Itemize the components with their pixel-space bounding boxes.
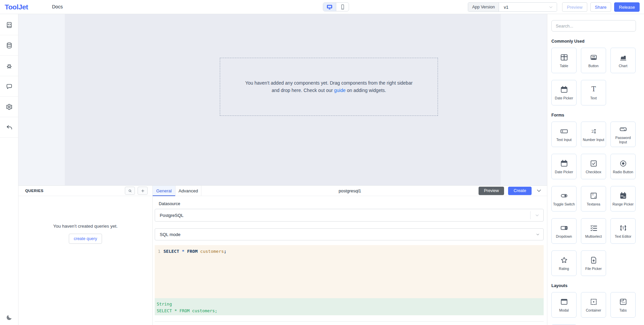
widget-card-container[interactable]: Container (581, 292, 606, 318)
query-mode-value: SQL mode (160, 232, 181, 237)
widget-card-file-picker[interactable]: File Picker (581, 250, 606, 276)
queries-empty-text: You haven't created queries yet. (18, 224, 152, 229)
sql-code-editor[interactable]: 1 SELECT * FROM customers; (155, 245, 544, 298)
query-result-preview: String SELECT * FROM customers; (155, 298, 544, 315)
widget-label: Text (582, 96, 605, 100)
datasource-label: Datasource (155, 201, 544, 206)
passwordinput-icon: ** (619, 125, 628, 134)
code-line-content: SELECT * FROM customers; (163, 248, 227, 254)
tab-advanced[interactable]: Advanced (176, 186, 201, 196)
widget-card-table[interactable]: Table (551, 48, 577, 73)
widget-card-rating[interactable]: Rating (551, 250, 577, 276)
widget-card-button[interactable]: OKButton (581, 48, 606, 73)
widget-search-input[interactable] (551, 20, 636, 32)
widget-card-multiselect[interactable]: Multiselect (581, 218, 606, 244)
toggleswitch-icon (560, 191, 568, 200)
widget-card-dropdown[interactable]: Dropdown (551, 218, 577, 244)
widget-card-text[interactable]: TText (581, 80, 606, 105)
widget-card-radio-button[interactable]: Radio Button (610, 154, 636, 179)
widget-card-date-picker[interactable]: Date Picker (551, 154, 577, 179)
widget-label: Text Editor (611, 234, 635, 239)
app-version-value: v1 (504, 5, 508, 10)
widget-label: Chart (611, 64, 635, 68)
widget-card-number-input[interactable]: 2Number Input (581, 122, 606, 147)
dark-mode-toggle[interactable] (0, 314, 18, 321)
create-query-button[interactable]: create query (69, 234, 102, 244)
chevron-down-icon (548, 5, 553, 10)
canvas-empty-state: You haven't added any components yet. Dr… (220, 58, 438, 116)
app-name[interactable]: Docs (52, 4, 63, 9)
widget-card-modal[interactable]: Modal (551, 292, 577, 318)
search-queries-button[interactable] (125, 187, 135, 195)
comments-icon (6, 83, 13, 90)
rangepicker-icon (619, 191, 628, 200)
guide-link[interactable]: guide (334, 88, 346, 93)
table-icon (560, 53, 568, 62)
query-mode-select[interactable]: SQL mode (155, 228, 544, 240)
chart-icon (619, 53, 628, 62)
query-editor-header: postgresql1 General Advanced Preview Cre… (153, 186, 547, 196)
datasources-button[interactable] (0, 35, 18, 56)
widget-card-text-editor[interactable]: TText Editor (610, 218, 636, 244)
tab-general[interactable]: General (153, 186, 176, 196)
widget-label: Date Picker (552, 96, 576, 100)
query-preview-button[interactable]: Preview (479, 187, 504, 195)
datasource-select[interactable]: PostgreSQL (155, 209, 544, 222)
desktop-toggle-button[interactable] (323, 3, 336, 11)
query-editor-panel: postgresql1 General Advanced Preview Cre… (153, 186, 547, 325)
widget-card-text-input[interactable]: Text Input (551, 122, 577, 147)
debugger-button[interactable] (0, 56, 18, 76)
widget-card-chart[interactable]: Chart (610, 48, 636, 73)
canvas-empty-text: You haven't added any components yet. Dr… (245, 80, 413, 94)
queries-list-panel: QUERIES You haven't created queries yet.… (18, 186, 153, 325)
multiselect-icon (589, 224, 598, 232)
queries-header: QUERIES (18, 186, 152, 196)
pages-button[interactable] (0, 15, 18, 35)
device-layout-toggle (323, 2, 349, 11)
query-panel: QUERIES You haven't created queries yet.… (18, 185, 547, 325)
comments-button[interactable] (0, 76, 18, 97)
chevron-down-icon (531, 213, 543, 218)
app-version-select[interactable]: v1 (499, 3, 557, 11)
widget-card-toggle-switch[interactable]: Toggle Switch (551, 186, 577, 212)
widget-card-range-picker[interactable]: Range Picker (610, 186, 636, 212)
settings-button[interactable] (0, 97, 18, 117)
section-heading: Layouts (551, 283, 644, 288)
query-create-button[interactable]: Create (508, 187, 532, 195)
mobile-toggle-button[interactable] (336, 3, 349, 11)
search-icon (128, 189, 132, 193)
widget-label: Date Picker (552, 170, 576, 174)
checkbox-icon (589, 159, 598, 168)
widget-sections: Commonly UsedTableOKButtonChartDate Pick… (551, 39, 644, 325)
svg-text:OK: OK (592, 56, 595, 58)
add-query-button[interactable] (138, 187, 148, 195)
numberinput-icon: 2 (589, 127, 598, 136)
app-canvas[interactable]: You haven't added any components yet. Dr… (65, 14, 501, 185)
widget-label: File Picker (582, 267, 605, 271)
widget-card-checkbox[interactable]: Checkbox (581, 154, 606, 179)
editor-section-divider (155, 321, 544, 322)
widget-label: Rating (552, 267, 576, 271)
pages-icon (6, 21, 13, 29)
text-icon: T (589, 85, 598, 94)
widget-card-password-input[interactable]: **Password Input (610, 122, 636, 147)
app-version-label: App Version (468, 3, 499, 11)
undo-button[interactable] (0, 117, 18, 138)
release-button[interactable]: Release (614, 2, 640, 12)
widget-label: Number Input (582, 138, 605, 142)
widget-label: Range Picker (611, 202, 635, 206)
result-type-label: String (157, 301, 544, 308)
widget-card-date-picker[interactable]: Date Picker (551, 80, 577, 105)
widget-card-tabs[interactable]: Tabs (610, 292, 636, 318)
widget-label: Button (582, 64, 605, 68)
share-button[interactable]: Share (590, 2, 611, 12)
left-sidebar (0, 14, 18, 325)
tooljet-logo[interactable]: ToolJet (5, 3, 28, 11)
svg-text:**: ** (621, 128, 624, 131)
collapse-panel-chevron-icon[interactable] (536, 187, 542, 194)
app-version-control: App Version v1 (468, 2, 557, 12)
widget-grid: TableOKButtonChartDate PickerTText (551, 48, 644, 105)
preview-button[interactable]: Preview (562, 2, 587, 12)
header-actions: App Version v1 Preview Share Release (468, 2, 640, 12)
widget-card-textarea[interactable]: TTextarea (581, 186, 606, 212)
